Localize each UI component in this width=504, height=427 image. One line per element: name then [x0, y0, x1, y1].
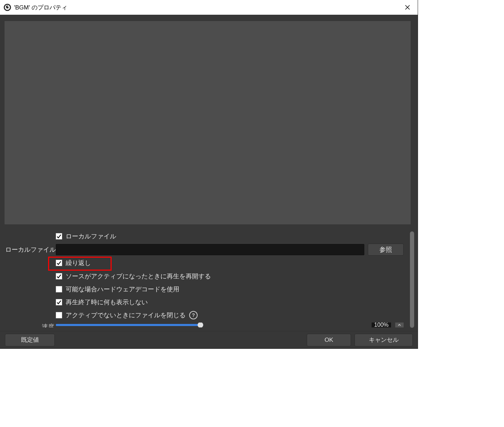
local-file-input[interactable]: [56, 244, 364, 255]
cancel-button[interactable]: キャンセル: [354, 334, 413, 346]
close-inactive-label: アクティブでないときにファイルを閉じる: [66, 311, 186, 319]
titlebar: 'BGM' のプロパティ: [0, 0, 418, 15]
speed-slider[interactable]: [56, 324, 203, 326]
dialog-footer: 既定値 OK キャンセル: [0, 331, 418, 348]
local-file-checkbox-label: ローカルファイル: [66, 232, 116, 240]
hwdecode-label: 可能な場合ハードウェアデコードを使用: [66, 285, 179, 293]
window-title: 'BGM' のプロパティ: [14, 4, 67, 12]
local-file-checkbox[interactable]: [56, 233, 62, 239]
loop-label: 繰り返し: [66, 259, 91, 267]
restart-checkbox[interactable]: [56, 273, 62, 279]
hwdecode-checkbox[interactable]: [56, 286, 62, 292]
close-icon[interactable]: [402, 2, 413, 13]
restart-label: ソースがアクティブになったときに再生を再開する: [66, 272, 211, 280]
client-area: ローカルファイル ローカルファイル 参照 繰り返し: [0, 15, 418, 348]
close-inactive-checkbox[interactable]: [56, 312, 62, 318]
properties-form: ローカルファイル ローカルファイル 参照 繰り返し: [5, 230, 404, 336]
speed-stepper-up-icon[interactable]: [395, 323, 404, 327]
speed-value[interactable]: 100%: [372, 323, 391, 327]
speed-slider-thumb[interactable]: [198, 323, 203, 327]
ok-button[interactable]: OK: [307, 334, 351, 346]
help-icon[interactable]: ?: [189, 311, 198, 319]
defaults-button[interactable]: 既定値: [5, 334, 55, 346]
show-nothing-checkbox[interactable]: [56, 299, 62, 305]
loop-checkbox[interactable]: [56, 260, 62, 266]
properties-dialog: 'BGM' のプロパティ ローカルファイル ローカルファイル: [0, 0, 418, 348]
svg-point-2: [7, 6, 9, 7]
preview-panel: [5, 21, 411, 224]
show-nothing-label: 再生終了時に何も表示しない: [66, 298, 148, 306]
obs-icon: [4, 4, 11, 11]
local-file-label: ローカルファイル: [5, 245, 56, 254]
scrollbar-thumb[interactable]: [410, 231, 414, 328]
speed-label: 速度: [5, 323, 56, 327]
browse-button[interactable]: 参照: [368, 244, 404, 256]
